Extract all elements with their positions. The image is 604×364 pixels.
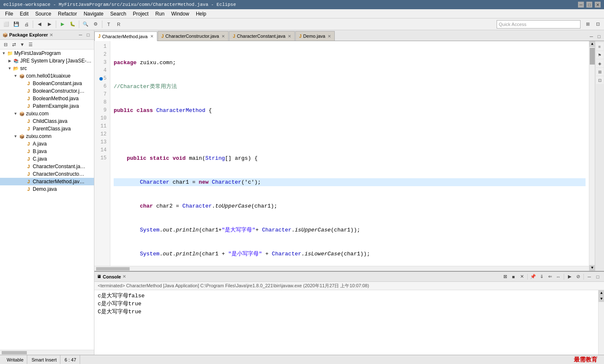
pkg-maximize-btn[interactable]: □ xyxy=(85,31,91,38)
bj-arrow xyxy=(19,148,25,154)
tree-parentclass[interactable]: J ParentClass.java xyxy=(0,125,94,133)
toolbar-next[interactable]: ▶ xyxy=(45,20,54,29)
tree-booleanmethod[interactable]: J BooleanMethod.java xyxy=(0,95,94,102)
menu-source[interactable]: Source xyxy=(32,10,55,18)
console-scroll-btn[interactable]: ⇓ xyxy=(538,273,545,281)
toolbar-debug[interactable]: 🐛 xyxy=(68,20,77,29)
editor-maximize-btn[interactable]: □ xyxy=(596,33,602,40)
editor-hscrollbar[interactable] xyxy=(94,266,589,271)
console-remove-btn[interactable]: ✕ xyxy=(518,273,526,281)
bc-icon: J xyxy=(25,80,32,87)
chc-label: CharacterConstant.ja… xyxy=(33,164,85,169)
menu-edit[interactable]: Edit xyxy=(16,10,32,18)
console-clear-btn[interactable]: ⊠ xyxy=(501,273,509,281)
tree-project[interactable]: ▼ 📁 MyFirstJavaProgram xyxy=(0,49,94,57)
tab-demo[interactable]: J Demo.java ✕ xyxy=(295,31,335,41)
rs-btn1[interactable]: ≡ xyxy=(596,43,604,50)
tab-close-charconstructor[interactable]: ✕ xyxy=(221,34,225,39)
pkg-menu-btn[interactable]: ☰ xyxy=(27,41,34,48)
rs-btn5[interactable]: ⊡ xyxy=(596,76,604,84)
tree-cjava[interactable]: J C.java xyxy=(0,155,94,163)
editor-vscrollbar[interactable]: ▲ ▼ xyxy=(589,41,595,271)
console-line-3: C是大写字母true xyxy=(98,308,595,316)
tree-paiternexample[interactable]: J PaiternExample.java xyxy=(0,102,94,110)
tab-icon-charmethod: J xyxy=(98,34,101,39)
rs-btn4[interactable]: ⊞ xyxy=(596,68,604,75)
console-wrap-btn[interactable]: ⇐ xyxy=(546,273,554,281)
status-smart-insert: Smart Insert xyxy=(28,355,60,364)
toolbar-save[interactable]: 💾 xyxy=(12,20,21,29)
tab-label-charmethod: CharacterMethod.java xyxy=(102,34,148,39)
toolbar-perspective2[interactable]: ⊡ xyxy=(593,20,602,29)
menu-project[interactable]: Project xyxy=(130,10,152,18)
tree-src[interactable]: ▼ 📂 src xyxy=(0,65,94,72)
toolbar-perspective1[interactable]: ⊞ xyxy=(583,20,592,29)
tree-demojava[interactable]: J Demo.java xyxy=(0,185,94,193)
tree-charconstant[interactable]: J CharacterConstant.ja… xyxy=(0,163,94,170)
pkg-minimize-btn[interactable]: ─ xyxy=(77,31,84,38)
toolbar-new[interactable]: ⬜ xyxy=(2,20,11,29)
console-maximize-btn[interactable]: □ xyxy=(594,273,601,281)
tab-close-demo[interactable]: ✕ xyxy=(328,34,331,39)
minimize-button[interactable]: ─ xyxy=(578,2,584,8)
status-bar: Writable Smart Insert 6 : 47 最需教育 xyxy=(0,355,604,364)
console-pin-btn[interactable]: 📌 xyxy=(529,273,537,281)
menu-window[interactable]: Window xyxy=(168,10,193,18)
tree-bjava[interactable]: J B.java xyxy=(0,148,94,155)
toolbar-open-type[interactable]: T xyxy=(104,20,113,29)
toolbar-prev[interactable]: ◀ xyxy=(35,20,44,29)
tree-pkg-zuixucom[interactable]: ▼ 📦 zuixu.com xyxy=(0,110,94,117)
console-line-1: c是大写字母false xyxy=(98,292,595,300)
code-content[interactable]: package zuixu.comn; //Character类常用方法 pub… xyxy=(110,41,589,266)
tree-pkg-com[interactable]: ▼ 📦 com.hello01kuaixue xyxy=(0,72,94,80)
bj-icon: J xyxy=(25,148,32,155)
tab-charmethod[interactable]: J CharacterMethod.java ✕ xyxy=(94,31,157,41)
pkg-collapse-btn[interactable]: ⊟ xyxy=(2,41,9,48)
console-run-btn[interactable]: ▶ xyxy=(566,273,573,281)
console-expand-btn[interactable]: ↔ xyxy=(555,273,562,281)
menu-search[interactable]: Search xyxy=(107,10,130,18)
tree-charconstructor[interactable]: J CharacterConstructo… xyxy=(0,170,94,178)
editor-minimize-btn[interactable]: ─ xyxy=(588,33,595,40)
pkg-filter-btn[interactable]: ▼ xyxy=(18,41,26,48)
toolbar-print[interactable]: 🖨 xyxy=(22,20,31,29)
console-stop-btn[interactable]: ⊘ xyxy=(574,273,582,281)
cc-label: ChildClass.java xyxy=(33,118,68,124)
tree-charmethod[interactable]: J CharacterMethod.jav… xyxy=(0,178,94,185)
menu-help[interactable]: Help xyxy=(193,10,210,18)
ln-6: 6 xyxy=(96,83,107,91)
tab-charconstructor[interactable]: J CharacterConstructor.java ✕ xyxy=(158,31,229,41)
rs-btn2[interactable]: ⚑ xyxy=(596,51,604,59)
tree-jre[interactable]: ▶ 📚 JRE System Library [JavaSE-… xyxy=(0,57,94,65)
tree-booleanconstructor[interactable]: J BooleanConstructor.j… xyxy=(0,87,94,95)
menu-refactor[interactable]: Refactor xyxy=(55,10,80,18)
quick-access-box[interactable]: Quick Access xyxy=(497,20,581,29)
menu-run[interactable]: Run xyxy=(152,10,168,18)
toolbar-sep3 xyxy=(79,21,79,28)
console-minimize-btn[interactable]: ─ xyxy=(586,273,593,281)
toolbar-run[interactable]: ▶ xyxy=(58,20,67,29)
ln-4: 4 xyxy=(96,67,107,75)
console-vscrollbar[interactable]: ▲ ▼ xyxy=(598,290,604,355)
tree-childclass[interactable]: J ChildClass.java xyxy=(0,117,94,125)
tab-charconstant[interactable]: J CharacterConstant.java ✕ xyxy=(229,31,295,41)
pkg-link-btn[interactable]: ⇄ xyxy=(10,41,18,48)
src-label: src xyxy=(20,65,27,71)
close-button[interactable]: ✕ xyxy=(595,2,601,8)
bc-arrow xyxy=(19,81,25,86)
code-editor[interactable]: 1 2 3 4 5 6 7 8 9 10 11 12 xyxy=(94,41,589,266)
tab-close-charmethod[interactable]: ✕ xyxy=(150,34,154,39)
rs-btn3[interactable]: ◈ xyxy=(596,60,604,67)
tree-pkg-zuixucomn[interactable]: ▼ 📦 zuixu.comn xyxy=(0,133,94,140)
maximize-button[interactable]: □ xyxy=(586,2,592,8)
console-terminate-btn[interactable]: ■ xyxy=(510,273,517,281)
menu-navigate[interactable]: Navigate xyxy=(80,10,107,18)
toolbar-refactor[interactable]: ⚙ xyxy=(91,20,100,29)
toolbar-open-res[interactable]: R xyxy=(114,20,123,29)
tree-ajava[interactable]: J A.java xyxy=(0,140,94,148)
toolbar-search[interactable]: 🔍 xyxy=(81,20,90,29)
cj-icon: J xyxy=(25,156,32,162)
tree-booleanconstant[interactable]: J BooleanConstant.java xyxy=(0,80,94,87)
tab-close-charconstant[interactable]: ✕ xyxy=(288,34,291,39)
menu-file[interactable]: File xyxy=(2,10,16,18)
